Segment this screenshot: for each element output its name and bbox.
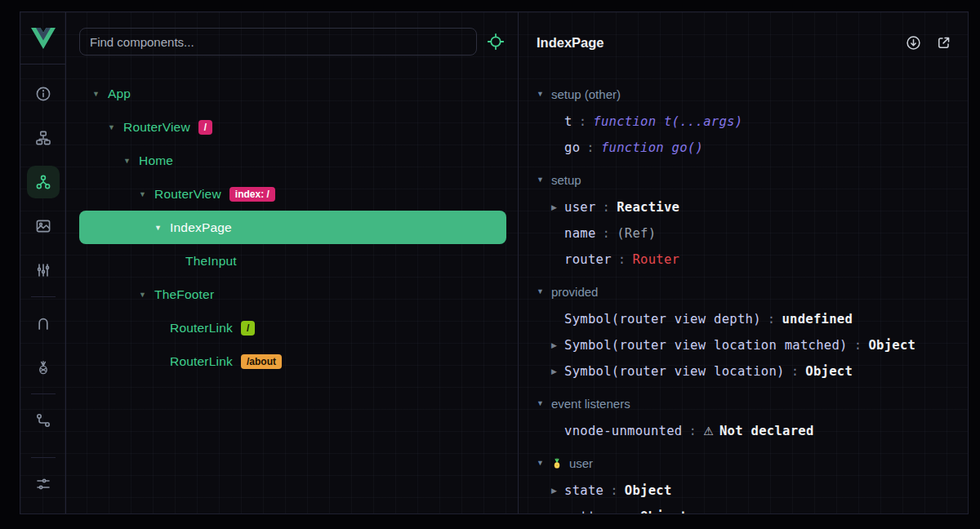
scroll-to-component-button[interactable] <box>906 35 921 51</box>
tree-node-routerlink-1[interactable]: RouterLink / <box>79 311 506 345</box>
caret-down-icon[interactable]: ▼ <box>108 123 123 131</box>
caret-down-icon[interactable]: ▼ <box>139 291 154 299</box>
sidebar-item-settings[interactable] <box>27 468 60 500</box>
assets-icon <box>35 218 51 234</box>
tree-node-routerview-index[interactable]: ▼ RouterView index: / <box>79 177 506 211</box>
vue-logo[interactable] <box>20 12 65 64</box>
section-header-pinia-user[interactable]: ▼ user <box>519 448 968 478</box>
tree-node-theinput[interactable]: TheInput <box>79 244 506 278</box>
prop-key: user <box>564 200 596 215</box>
sidebar-item-hooks[interactable] <box>27 307 60 340</box>
caret-down-icon[interactable]: ▼ <box>537 399 544 407</box>
components-icon <box>35 174 51 190</box>
hooks-icon <box>35 315 51 331</box>
route-badge: index: / <box>229 187 275 202</box>
vue-devtools-window: ▼ App ▼ RouterView / ▼ Home ▼ RouterView… <box>20 11 969 514</box>
caret-right-icon[interactable]: ▶ <box>551 367 564 376</box>
section-header-setup-other[interactable]: ▼ setup (other) <box>519 79 968 109</box>
section-header-setup[interactable]: ▼ setup <box>519 165 968 194</box>
tree-node-indexpage[interactable]: ▼ IndexPage <box>79 211 506 244</box>
prop-separator: : <box>603 200 611 215</box>
component-tree-panel: ▼ App ▼ RouterView / ▼ Home ▼ RouterView… <box>66 12 519 513</box>
sidebar-item-pinia[interactable] <box>27 351 60 384</box>
prop-row-vnode-unmounted[interactable]: vnode-unmounted : ⚠ Not declared <box>519 418 968 444</box>
caret-right-icon[interactable]: ▶ <box>551 203 564 211</box>
section-event-listeners: ▼ event listeners vnode-unmounted : ⚠ No… <box>519 389 968 444</box>
section-setup-other: ▼ setup (other) t : function t(...args) … <box>519 79 968 161</box>
prop-row-t[interactable]: t : function t(...args) <box>519 109 968 135</box>
component-name: RouterLink <box>170 354 233 369</box>
route-badge: /about <box>241 354 282 369</box>
prop-row-user[interactable]: ▶ user : Reactive <box>519 194 968 220</box>
options-icon <box>35 262 51 278</box>
section-header-provided[interactable]: ▼ provided <box>519 277 968 306</box>
component-name: RouterView <box>154 187 221 202</box>
section-label: setup (other) <box>551 87 621 101</box>
sidebar-item-info[interactable] <box>27 78 60 110</box>
prop-row-state[interactable]: ▶ state : Object <box>519 478 968 504</box>
component-name: RouterLink <box>170 321 233 336</box>
tree-node-app[interactable]: ▼ App <box>79 77 506 110</box>
caret-down-icon[interactable]: ▼ <box>537 459 544 467</box>
route-badge: / <box>198 120 212 135</box>
sidebar-nav <box>20 64 65 513</box>
prop-value: Object <box>868 338 915 353</box>
prop-row-go[interactable]: go : function go() <box>519 135 968 161</box>
sidebar-item-component-tree[interactable] <box>27 122 60 154</box>
caret-right-icon[interactable]: ▶ <box>551 487 564 495</box>
section-header-event-listeners[interactable]: ▼ event listeners <box>519 389 968 418</box>
caret-down-icon[interactable]: ▼ <box>537 287 544 296</box>
settings-icon <box>35 476 51 492</box>
graph-icon <box>35 412 51 429</box>
caret-right-icon[interactable]: ▶ <box>551 513 564 513</box>
prop-key: getters <box>564 509 619 513</box>
section-label: provided <box>551 285 599 299</box>
sidebar <box>20 12 66 513</box>
prop-separator: : <box>610 483 618 498</box>
prop-key: router <box>564 252 612 267</box>
prop-row-name[interactable]: name : (Ref) <box>519 220 968 247</box>
prop-key: Symbol(router view depth) <box>564 312 761 327</box>
prop-value: Router <box>632 252 679 267</box>
prop-row-router[interactable]: router : Router <box>519 247 968 273</box>
prop-value: Object <box>640 509 688 513</box>
prop-value: Reactive <box>617 200 679 215</box>
sidebar-item-graph[interactable] <box>27 404 60 437</box>
warning-icon: ⚠ <box>703 425 714 438</box>
caret-down-icon[interactable]: ▼ <box>92 90 108 98</box>
tree-node-routerlink-2[interactable]: RouterLink /about <box>79 345 506 378</box>
sidebar-divider <box>31 457 56 458</box>
open-in-editor-button[interactable] <box>936 35 951 51</box>
search-input[interactable] <box>79 28 477 56</box>
caret-right-icon[interactable]: ▶ <box>551 341 564 349</box>
prop-row-getters[interactable]: ▶ getters : Object <box>519 504 968 513</box>
select-component-button[interactable] <box>487 33 505 51</box>
sidebar-item-components[interactable] <box>27 166 60 198</box>
sidebar-item-assets[interactable] <box>27 210 60 242</box>
tree-node-routerview[interactable]: ▼ RouterView / <box>79 110 506 144</box>
prop-value: Object <box>625 483 672 498</box>
prop-key: vnode-unmounted <box>564 424 682 438</box>
pinia-icon <box>35 359 51 376</box>
section-label: user <box>569 456 593 470</box>
sidebar-divider <box>31 393 56 394</box>
caret-down-icon[interactable]: ▼ <box>537 90 544 98</box>
inspected-component-title: IndexPage <box>537 35 604 51</box>
prop-value: Object <box>805 364 853 379</box>
caret-down-icon[interactable]: ▼ <box>139 190 154 198</box>
prop-row-symbol-depth[interactable]: Symbol(router view depth) : undefined <box>519 306 968 332</box>
prop-separator: : <box>626 509 634 513</box>
prop-row-symbol-matched[interactable]: ▶ Symbol(router view location matched) :… <box>519 332 968 358</box>
caret-down-icon[interactable]: ▼ <box>154 224 170 232</box>
sidebar-item-options[interactable] <box>27 254 60 287</box>
prop-row-symbol-location[interactable]: ▶ Symbol(router view location) : Object <box>519 358 968 385</box>
component-name: TheInput <box>185 254 237 269</box>
caret-down-icon[interactable]: ▼ <box>537 176 544 184</box>
section-setup: ▼ setup ▶ user : Reactive name : (Ref) <box>519 165 968 273</box>
tree-node-home[interactable]: ▼ Home <box>79 144 506 177</box>
component-name: TheFooter <box>154 287 214 302</box>
prop-value: (Ref) <box>617 226 656 241</box>
prop-separator: : <box>579 114 587 129</box>
caret-down-icon[interactable]: ▼ <box>123 157 139 165</box>
tree-node-thefooter[interactable]: ▼ TheFooter <box>79 278 506 311</box>
